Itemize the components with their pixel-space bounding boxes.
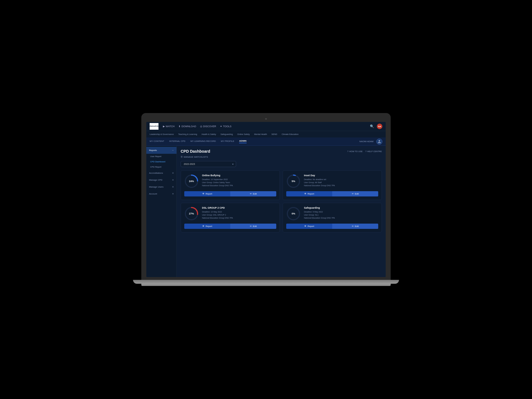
sidebar-item-account[interactable]: Account + xyxy=(146,190,177,197)
category-teaching[interactable]: Teaching & Learning xyxy=(178,133,197,135)
download-nav-item[interactable]: ⬇ DOWNLOAD xyxy=(178,125,196,128)
watch-nav-item[interactable]: ▶ WATCH xyxy=(163,125,175,128)
card-deadline: Deadline: No deadline set xyxy=(304,178,335,181)
year-selector[interactable]: 2022-2023 2021-2022 2020-2021 2019-2020 xyxy=(181,161,236,167)
edit-icon: ✏ xyxy=(250,225,252,227)
tools-icon: ✦ xyxy=(220,125,222,128)
edit-button[interactable]: ✏ Edit xyxy=(230,224,276,229)
card-online-bullying: 24% Online Bullying Deadline: 10 Septemb… xyxy=(181,170,280,200)
person-icon xyxy=(377,140,381,144)
sidebar-item-accreditations[interactable]: Accreditations + xyxy=(146,170,177,177)
download-icon: ⬇ xyxy=(178,125,181,128)
edit-button[interactable]: ✏ Edit xyxy=(230,191,276,196)
nav-my-content[interactable]: MY CONTENT xyxy=(150,140,164,143)
tools-nav-item[interactable]: ✦ TOOLS xyxy=(220,125,231,128)
card-org: National Education Group DNS 7PA xyxy=(304,184,335,187)
card-title: Online Bullying xyxy=(202,174,233,177)
accreditations-expand-icon: + xyxy=(172,172,174,175)
category-send[interactable]: SEND xyxy=(272,133,277,135)
watch-icon: ▶ xyxy=(163,125,165,128)
edit-icon: ✏ xyxy=(250,193,252,195)
category-navigation: Leadership & Governance Teaching & Learn… xyxy=(146,131,386,137)
top-nav-right: 🔍 NA xyxy=(370,124,382,129)
help-icon: ? xyxy=(365,150,366,153)
card-dsl-group: 27% DSL GROUP 2 CPD Deadline: 10 May 202… xyxy=(181,203,280,232)
sidebar-sub-user-report[interactable]: User Report xyxy=(146,154,177,159)
card-top: 5% Inset Day Deadline: No deadline set U… xyxy=(286,174,378,188)
card-top: 0% Safeguarding Deadline: 9 May 2022 Use… xyxy=(286,206,378,221)
category-leadership[interactable]: Leadership & Governance xyxy=(150,133,174,135)
top-navigation: The National College ▶ WATCH ⬇ DOWNLOAD … xyxy=(146,122,386,131)
edit-icon: ✏ xyxy=(352,193,354,195)
logo[interactable]: The National College xyxy=(150,123,158,130)
progress-percentage: 5% xyxy=(291,180,295,183)
card-title: Safeguarding xyxy=(304,206,335,209)
progress-percentage: 24% xyxy=(189,180,194,183)
report-button[interactable]: 👁 Report xyxy=(286,191,332,196)
nav-internal-cpd[interactable]: INTERNAL CPD xyxy=(169,140,185,143)
card-actions: 👁 Report ✏ Edit xyxy=(184,191,276,196)
discover-nav-item[interactable]: ◎ DISCOVER xyxy=(200,125,216,128)
how-to-use-btn[interactable]: ? HOW TO USE xyxy=(347,150,362,153)
sidebar: Reports − User Report CPD Dashboard CPD … xyxy=(146,146,177,277)
progress-percentage: 27% xyxy=(189,212,194,215)
discover-icon: ◎ xyxy=(200,125,202,128)
sidebar-sub-cpd-report[interactable]: CPD Report xyxy=(146,164,177,170)
nav-my-profile[interactable]: MY PROFILE xyxy=(221,140,234,143)
manage-cpd-expand-icon: + xyxy=(172,178,174,181)
category-online-safety[interactable]: Online Safety xyxy=(237,133,250,135)
category-climate[interactable]: Climate Education xyxy=(282,133,298,135)
content-area: CPD Dashboard ? HOW TO USE ? HELP CENTRE xyxy=(177,146,386,277)
card-title: DSL GROUP 2 CPD xyxy=(202,206,233,209)
sidebar-sub-cpd-dashboard[interactable]: CPD Dashboard xyxy=(146,159,177,164)
report-button[interactable]: 👁 Report xyxy=(184,191,230,196)
eye-icon: 👁 xyxy=(304,193,306,195)
user-avatar-secondary[interactable] xyxy=(376,139,382,145)
top-nav-items: ▶ WATCH ⬇ DOWNLOAD ◎ DISCOVER ✦ TOOLS xyxy=(163,125,365,128)
category-mental-health[interactable]: Mental Health xyxy=(254,133,267,135)
progress-percentage: 0% xyxy=(291,212,295,215)
card-top: 27% DSL GROUP 2 CPD Deadline: 10 May 202… xyxy=(184,206,276,221)
edit-button[interactable]: ✏ Edit xyxy=(332,224,378,229)
secondary-nav-right: NAOMI ADAM xyxy=(359,139,382,145)
question-icon: ? xyxy=(347,150,348,153)
card-user-group: User Group: All Staff xyxy=(304,181,335,184)
nav-admin[interactable]: ADMIN xyxy=(239,140,246,143)
sidebar-item-reports[interactable]: Reports − xyxy=(146,147,177,154)
card-org: National Education Group DNS 7PA xyxy=(202,184,233,187)
content-header: CPD Dashboard ? HOW TO USE ? HELP CENTRE xyxy=(181,149,382,154)
page-title: CPD Dashboard xyxy=(181,149,210,154)
card-user-group: User Group: Online Safety Team xyxy=(202,181,233,184)
card-actions: 👁 Report ✏ Edit xyxy=(286,224,378,229)
card-user-group: User Group: SL1 xyxy=(304,213,335,216)
edit-button[interactable]: ✏ Edit xyxy=(332,191,378,196)
card-info: Online Bullying Deadline: 10 September 2… xyxy=(202,174,233,187)
card-info: Inset Day Deadline: No deadline set User… xyxy=(304,174,335,187)
watchlist-icon: ☰ xyxy=(181,156,183,158)
year-selector-wrapper: 2022-2023 2021-2022 2020-2021 2019-2020 xyxy=(181,161,236,167)
category-health[interactable]: Health & Safety xyxy=(202,133,216,135)
screen-bezel: The National College ▶ WATCH ⬇ DOWNLOAD … xyxy=(141,113,391,280)
progress-circle-0: 0% xyxy=(286,206,301,221)
user-avatar-top[interactable]: NA xyxy=(377,124,382,129)
card-title: Inset Day xyxy=(304,174,335,177)
card-top: 24% Online Bullying Deadline: 10 Septemb… xyxy=(184,174,276,188)
card-deadline: Deadline: 9 May 2022 xyxy=(304,210,335,213)
search-icon[interactable]: 🔍 xyxy=(370,124,374,128)
report-button[interactable]: 👁 Report xyxy=(184,224,230,229)
card-actions: 👁 Report ✏ Edit xyxy=(184,224,276,229)
laptop-base xyxy=(141,280,391,286)
card-deadline: Deadline: 10 September 2022 xyxy=(202,178,233,181)
category-safeguarding[interactable]: Safeguarding xyxy=(221,133,233,135)
card-info: Safeguarding Deadline: 9 May 2022 User G… xyxy=(304,206,335,220)
manage-users-expand-icon: + xyxy=(172,185,174,188)
report-button[interactable]: 👁 Report xyxy=(286,224,332,229)
card-info: DSL GROUP 2 CPD Deadline: 10 May 2022 Us… xyxy=(202,206,233,220)
nav-learning-record[interactable]: MY LEARNING RECORD xyxy=(190,140,216,143)
sidebar-item-manage-users[interactable]: Manage Users + xyxy=(146,183,177,190)
manage-watchlists-btn[interactable]: ☰ MANAGE WATCHLISTS xyxy=(181,156,382,158)
card-user-group: User Group: DSL GROUP 2 xyxy=(202,213,233,216)
card-org: National Education Group DNS 7PA xyxy=(202,216,233,219)
help-centre-btn[interactable]: ? HELP CENTRE xyxy=(365,150,382,153)
sidebar-item-manage-cpd[interactable]: Manage CPD + xyxy=(146,177,177,183)
